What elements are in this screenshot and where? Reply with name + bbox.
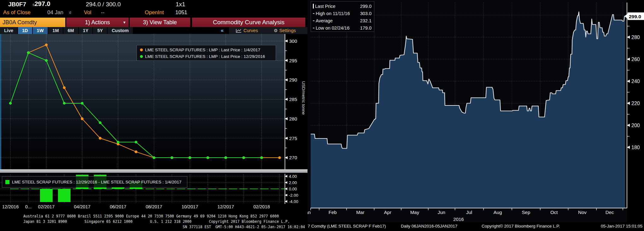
volume-value: --	[101, 9, 104, 16]
ticker-symbol: JB0F7	[8, 1, 26, 8]
svg-text:300: 300	[289, 38, 297, 44]
svg-text:260: 260	[631, 57, 640, 62]
tab-1y[interactable]: 1Y	[79, 27, 93, 34]
bid-ask: 294.0 / 300.0	[86, 1, 121, 8]
svg-text:285: 285	[289, 97, 297, 102]
history-month-label: Mar	[356, 210, 365, 215]
history-month-label: Dec	[606, 210, 614, 215]
history-month-label: Jul	[466, 210, 472, 215]
curve-x-axis-label: 04/2017	[74, 204, 90, 209]
history-month-label: Aug	[494, 210, 502, 215]
curve-x-axis-label: 12/2017	[218, 204, 234, 209]
footer-session-line: SN 377118 EST GMT-5:00 H443-4621-2 05-Ja…	[183, 225, 305, 229]
history-month-label: Jun	[438, 210, 445, 215]
curve-x-axis-label: 08/2017	[146, 204, 162, 209]
svg-text:-4.00: -4.00	[289, 199, 298, 204]
stat-average: Average 232.1	[313, 17, 372, 24]
stat-low: Low on 02/24/16 179.0	[313, 24, 372, 31]
tab-1d[interactable]: 1D	[18, 27, 32, 34]
tab-1w[interactable]: 1W	[33, 27, 48, 34]
history-month-label: Sep	[522, 210, 530, 215]
svg-text:270: 270	[289, 155, 297, 160]
chart-splitter[interactable]	[0, 169, 307, 173]
last-price-marker-icon	[313, 4, 314, 8]
curve-analysis-panel: JB0F7 s297.0 294.0 / 300.0 1x1 As of Clo…	[0, 0, 307, 231]
curve-x-axis-label: 0...	[25, 204, 32, 209]
svg-text:295: 295	[289, 58, 297, 63]
price-history-chart: 280260240220200180299.0	[307, 0, 644, 231]
footer-date-range: Daily 06JAN2016-05JAN2017	[401, 224, 457, 228]
curve-x-axis-label: 02/2018	[253, 204, 270, 209]
footer-contact-line1: Australia 61 2 9777 8600 Brazil 5511 239…	[23, 214, 279, 218]
actions-dropdown-icon[interactable]: ▼	[123, 18, 126, 27]
page-title: Commodity Curve Analysis	[192, 18, 305, 27]
tab-5y[interactable]: 5Y	[93, 27, 107, 34]
bid-ask-size: 1x1	[176, 1, 185, 8]
curve-x-axis-label: 06/2017	[110, 204, 126, 209]
settings-button[interactable]: ⚙Settings	[274, 27, 296, 34]
svg-text:0.00: 0.00	[289, 187, 297, 191]
svg-text:290: 290	[289, 77, 297, 82]
as-of-label: As of Close	[3, 9, 31, 16]
as-of-date: 04 Jan	[47, 9, 63, 16]
footer-copyright: Copyright© 2017 Bloomberg Finance L.P.	[482, 224, 560, 228]
svg-text:USD/metric tonne: USD/metric tonne	[301, 81, 306, 115]
view-table-button[interactable]: 3) View Table	[130, 18, 190, 27]
actions-button[interactable]: 1) Actions ▼	[66, 18, 129, 27]
svg-text:180: 180	[631, 145, 640, 150]
average-marker-icon	[313, 20, 314, 21]
history-footer: G7 Comdty (LME STEEL SCRAP F Feb17) Dail…	[307, 224, 644, 230]
tab-1m[interactable]: 1M	[48, 27, 63, 34]
line-chart-icon	[236, 28, 242, 35]
svg-text:200: 200	[631, 123, 640, 128]
svg-text:280: 280	[631, 35, 640, 40]
tab-live[interactable]: Live	[0, 27, 17, 34]
history-month-label: May	[410, 210, 419, 215]
bloomberg-terminal: JB0F7 s297.0 294.0 / 300.0 1x1 As of Clo…	[0, 0, 644, 231]
svg-text:280: 280	[289, 116, 297, 121]
svg-text:220: 220	[631, 101, 640, 106]
range-tabs: Live 1D 1W 1M 6M 1Y 5Y Custom	[0, 27, 133, 34]
curve-x-axis-labels: 12/20160...02/201704/201706/201708/20171…	[0, 204, 307, 211]
year-label: 2016	[453, 217, 464, 222]
volume-label: Vol	[84, 9, 91, 16]
tab-6m[interactable]: 6M	[63, 27, 78, 34]
last-price: s297.0	[32, 0, 50, 8]
low-marker-icon	[313, 28, 314, 28]
tab-custom[interactable]: Custom	[108, 27, 133, 34]
curve-chart-legend: LME STEEL SCRAP FUTURES : LMP : Last Pri…	[137, 45, 276, 61]
svg-text:240: 240	[631, 79, 640, 84]
stat-high: High on 11/11/16 303.0	[313, 10, 372, 17]
legend-item-orange: LME STEEL SCRAP FUTURES : LMP : Last Pri…	[140, 47, 276, 53]
stat-last-price: Last Price 299.0	[313, 3, 372, 10]
curve-x-axis-label: 12/2016	[2, 204, 19, 209]
footer-timestamp: 05-Jan-2017 15:01:05	[601, 224, 642, 228]
collapse-button[interactable]: «	[221, 27, 224, 34]
gear-icon: ⚙	[274, 28, 278, 33]
history-month-label: Apr	[384, 210, 391, 215]
orange-series-dot-icon	[140, 48, 143, 51]
legend-item-green: LME STEEL SCRAP FUTURES : LMP : Last Pri…	[140, 53, 276, 60]
history-month-label: Nov	[578, 210, 587, 215]
green-bar-swatch-icon	[5, 180, 9, 184]
svg-text:299.0: 299.0	[629, 14, 641, 19]
curve-x-axis-label: 02/2017	[38, 204, 55, 209]
high-marker-icon	[313, 13, 314, 14]
footer-security: G7 Comdty (LME STEEL SCRAP F Feb17)	[307, 224, 386, 228]
open-interest-label: OpenInt	[145, 9, 164, 16]
svg-text:4.00: 4.00	[289, 174, 297, 179]
svg-text:-2.00: -2.00	[289, 193, 298, 198]
price-history-panel: 280260240220200180299.0 Last Price 299.0…	[307, 0, 644, 231]
green-series-dot-icon	[140, 55, 143, 58]
security-field[interactable]: JB0A Comdty	[0, 18, 65, 27]
curves-button[interactable]: Curves	[236, 27, 258, 34]
svg-text:275: 275	[289, 136, 297, 141]
spread-chart-legend: LME STEEL SCRAP FUTURES : 12/29/2016 - L…	[2, 176, 187, 188]
as-of-flag: d	[69, 10, 71, 15]
open-interest-value: 1051	[175, 9, 187, 16]
history-month-label: Oct	[550, 210, 558, 215]
history-month-label: Jan	[307, 210, 311, 215]
footer-contact-line2: Japan 81 3 3201 8900 Singapore 65 6212 1…	[23, 219, 290, 224]
history-month-label: Feb	[329, 210, 337, 215]
curve-x-axis-label: 10/2017	[182, 204, 198, 209]
